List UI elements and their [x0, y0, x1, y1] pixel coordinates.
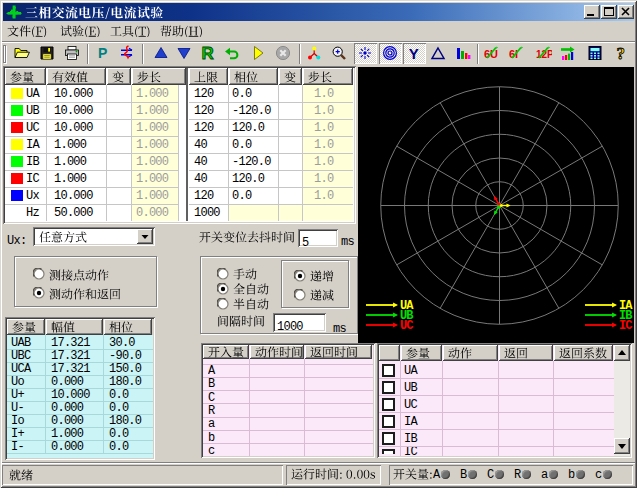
- svg-text:R: R: [202, 45, 214, 61]
- svg-text:P: P: [98, 45, 107, 61]
- svg-text:IC: IC: [619, 319, 632, 333]
- svg-text:Y: Y: [409, 45, 419, 61]
- svg-text:6I: 6I: [509, 48, 518, 60]
- svg-text:12P: 12P: [536, 49, 552, 60]
- svg-text:?: ?: [617, 45, 626, 61]
- svg-text:UC: UC: [400, 319, 413, 333]
